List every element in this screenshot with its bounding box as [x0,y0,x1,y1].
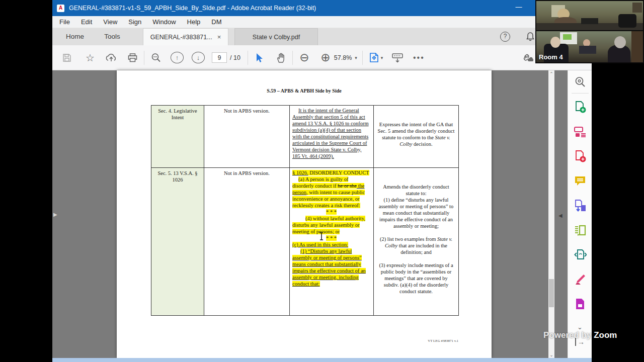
tools-sidebar: ⌄ → [568,70,592,358]
fit-page-icon [369,52,379,63]
crop-pages-button[interactable] [574,224,587,237]
sidebar-more-icon[interactable]: ⌄ [577,323,583,331]
tab-bar: Home Tools GENERAL-#383871...× State v C… [52,28,592,45]
tv-content [563,34,572,40]
screen: A GENERAL-#383871-v1-S_59_APBH_Side_By_S… [0,0,644,362]
scroll-up-icon[interactable]: ⌃ [548,71,554,76]
menu-help[interactable]: Help [187,18,201,26]
row1-statute-text: It is the intent of the General Assembly… [292,107,370,159]
vertical-scrollbar[interactable]: ⌃ ⌄ [548,70,554,358]
zoom-in-button[interactable]: ⊕ [319,49,332,66]
create-pdf-button[interactable] [574,101,587,114]
zoom-video-participant-1[interactable] [536,1,643,30]
menu-file[interactable]: File [59,18,70,26]
menu-dm[interactable]: DM [211,18,221,26]
previous-page-button[interactable]: ↑ [171,52,184,63]
table-row2-summary: Amends the disorderly conduct statute to… [374,168,458,315]
table-row1-summary: Expresses the intent of the GA that Sec.… [374,106,458,168]
woman-right-head [614,36,626,48]
share-link-button[interactable] [520,49,533,66]
tab-tools[interactable]: Tools [97,28,128,45]
text-cursor [319,232,324,240]
find-button[interactable] [149,49,163,66]
minimize-button[interactable]: — [510,0,527,15]
table-row2-text: § 1026. DISORDERLY CONDUCT (a) A person … [290,168,374,315]
document-area: ▶ ◀ S.59 – APBS & APBH Side by Side Sec.… [52,70,568,358]
toolbar-divider [248,51,248,65]
stamp-button[interactable] [574,298,587,311]
tab-close-icon[interactable]: × [217,33,221,41]
show-left-panel-icon[interactable]: ▶ [53,212,57,217]
title-bar: A GENERAL-#383871-v1-S_59_APBH_Side_By_S… [52,0,592,16]
organize-pages-icon [574,199,587,212]
acrobat-app-icon: A [57,5,64,12]
menu-view[interactable]: View [103,18,117,26]
scroll-down-icon[interactable]: ⌄ [548,352,554,357]
search-icon [150,52,162,63]
search-tools-button[interactable] [574,75,587,88]
menu-bar: File Edit View Sign Window Help DM [52,16,592,28]
menu-sign[interactable]: Sign [128,18,141,26]
window-title: GENERAL-#383871-v1-S_59_APBH_Side_By_SId… [69,5,316,12]
export-pdf-icon [574,150,587,163]
zoom-level-caret-icon[interactable]: ▾ [355,55,357,60]
table-row1-text: It is the intent of the General Assembly… [290,106,374,168]
compress-pdf-icon [574,248,587,261]
organize-pages-button[interactable] [574,199,587,212]
page-footer: VT LEG #383871 v.1 [117,339,458,343]
menu-edit[interactable]: Edit [81,18,92,26]
tab-active-document[interactable]: GENERAL-#383871...× [143,28,228,45]
fill-sign-icon [574,273,587,286]
favorite-star-button[interactable]: ☆ [84,49,97,66]
compress-pdf-button[interactable] [574,248,587,261]
hand-tool-button[interactable] [274,49,287,66]
printer-icon [127,53,138,63]
save-icon [62,53,72,63]
toolbar-divider [292,51,293,65]
tab-active-label: GENERAL-#383871... [150,34,212,41]
save-button[interactable] [60,49,73,66]
next-page-button[interactable]: ↓ [192,52,205,63]
notifications-bell-icon[interactable] [525,32,535,42]
crop-pages-icon [574,224,587,237]
combine-files-icon [574,125,587,138]
table-row2-apbs: Not in APBS version. [204,168,290,315]
collapse-right-panel-icon[interactable]: ◀ [558,213,562,218]
menu-window[interactable]: Window [152,18,176,26]
table-row1-apbs: Not in APBS version. [204,106,290,168]
row1-apbs-text: Not in APBS version. [224,108,270,114]
export-pdf-button[interactable] [574,150,587,163]
share-cloud-button[interactable] [105,49,118,66]
zoom-out-button[interactable]: ⊖ [298,49,311,66]
pdf-page: S.59 – APBS & APBH Side by Side Sec. 4. … [117,70,492,358]
combine-files-button[interactable] [574,125,587,138]
zoom-video-overlay: Room 4 [535,0,644,63]
row2-section-label: Sec. 5. 13 V.S.A. § 1026 [157,170,197,183]
comment-icon [574,175,587,187]
tab-home[interactable]: Home [59,28,91,45]
selection-tool-button[interactable] [253,49,266,66]
tab-state-v-colby[interactable]: State v Colby.pdf [234,28,318,45]
help-icon[interactable]: ? [500,32,510,42]
table-row2-section: Sec. 5. 13 V.S.A. § 1026 [151,168,204,315]
row1-section-label: Sec. 4. Legislative Intent [158,108,197,120]
print-button[interactable] [126,49,139,66]
bookshelf [631,31,643,62]
page-number-input[interactable] [212,52,227,63]
create-pdf-icon [574,101,587,114]
select-cursor-icon [256,53,264,63]
zoom-video-participant-2[interactable]: Room 4 [536,31,643,62]
participant-name-label: Room 4 [539,53,563,61]
laptop [581,18,598,25]
fit-page-caret-icon[interactable]: ▾ [381,55,383,60]
scrollbar-thumb[interactable] [549,279,554,307]
acrobat-window: A GENERAL-#383871-v1-S_59_APBH_Side_By_S… [52,0,592,362]
more-tools-button[interactable]: ••• [412,49,425,66]
chair [618,14,636,28]
comment-button[interactable] [574,174,587,188]
zoom-level-value[interactable]: 57.8% [334,54,352,61]
fill-sign-button[interactable] [574,273,587,286]
hide-toolbar-button[interactable] [391,49,404,66]
fit-page-button[interactable] [368,49,381,66]
page-total-label: / 10 [230,54,240,61]
